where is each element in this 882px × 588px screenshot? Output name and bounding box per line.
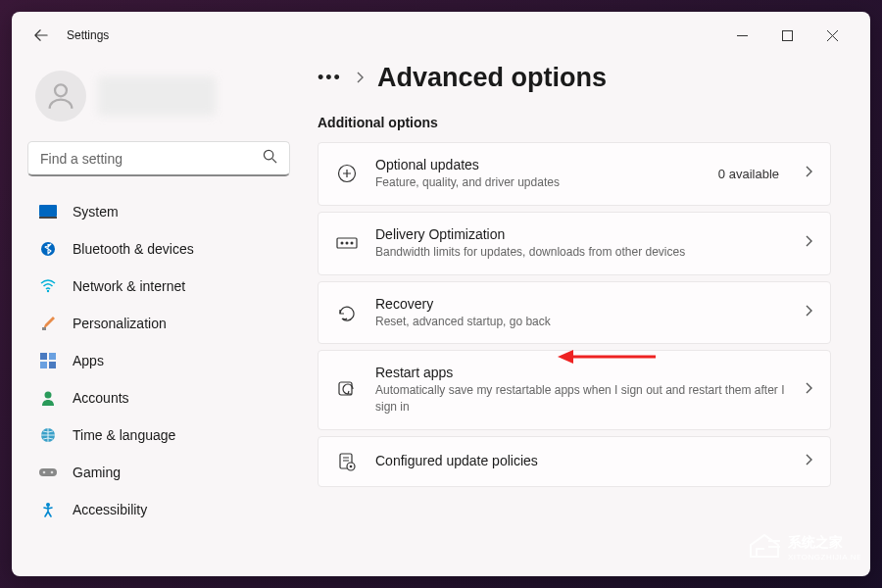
sidebar-item-label: Bluetooth & devices [73,241,194,257]
svg-point-32 [350,466,353,468]
card-subtitle: Feature, quality, and driver updates [375,174,701,191]
search-box[interactable] [27,141,290,176]
system-icon [39,203,57,220]
section-heading: Additional options [318,115,831,130]
sidebar-item-system[interactable]: System [27,194,290,229]
sidebar-item-personalization[interactable]: Personalization [27,306,290,341]
sidebar-item-network[interactable]: Network & internet [27,269,290,304]
person-icon [39,389,57,407]
card-body: Configured update policies [375,453,787,470]
svg-point-23 [346,242,349,245]
apps-icon [39,352,57,369]
maximize-button[interactable] [764,20,809,51]
svg-rect-13 [49,362,56,368]
card-body: Recovery Reset, advanced startup, go bac… [375,296,787,330]
breadcrumb-more[interactable]: ••• [318,68,342,88]
avatar [35,71,86,122]
plus-circle-icon [336,163,358,184]
maximize-icon [782,30,793,41]
card-title: Recovery [375,296,787,312]
user-icon [44,79,77,113]
recovery-icon [336,302,358,323]
svg-rect-10 [40,353,47,360]
svg-line-4 [272,159,276,163]
search-input[interactable] [40,151,263,167]
svg-rect-16 [39,468,57,476]
card-title: Optional updates [375,157,701,172]
minimize-icon [737,30,748,41]
delivery-icon [336,232,358,254]
globe-clock-icon [39,426,57,444]
card-configured-policies[interactable]: Configured update policies [318,436,831,487]
sidebar-item-apps[interactable]: Apps [27,343,290,378]
svg-rect-11 [49,353,56,360]
sidebar-item-label: Gaming [73,465,121,480]
close-icon [827,30,838,41]
svg-point-24 [351,242,354,245]
sidebar-item-bluetooth[interactable]: Bluetooth & devices [27,231,290,267]
card-delivery-optimization[interactable]: Delivery Optimization Bandwidth limits f… [318,212,831,275]
sidebar-item-label: Personalization [73,316,167,331]
main-content: ••• Advanced options Additional options … [306,55,870,576]
restart-apps-icon [336,379,358,401]
sidebar-item-time-language[interactable]: Time & language [27,417,290,453]
card-optional-updates[interactable]: Optional updates Feature, quality, and d… [318,142,831,206]
sidebar-item-label: Network & internet [73,278,185,294]
svg-point-22 [341,242,344,245]
chevron-right-icon [805,304,812,321]
page-title: Advanced options [377,63,607,93]
svg-rect-12 [40,362,47,368]
chevron-right-icon [356,70,364,87]
svg-rect-6 [39,217,57,219]
bluetooth-icon [39,240,57,258]
policies-icon [336,451,358,472]
svg-text:XITONGZHIJIA.NET: XITONGZHIJIA.NET [788,553,860,562]
sidebar-item-label: Accessibility [73,502,147,517]
sidebar: System Bluetooth & devices Network & int… [12,55,306,576]
svg-rect-9 [42,327,46,330]
wifi-icon [39,277,57,295]
svg-point-14 [45,392,52,399]
card-recovery[interactable]: Recovery Reset, advanced startup, go bac… [318,281,831,345]
user-name-blurred [98,76,216,116]
chevron-right-icon [805,453,812,470]
app-title: Settings [67,28,109,42]
card-body: Delivery Optimization Bandwidth limits f… [375,226,787,261]
back-button[interactable] [27,22,55,49]
settings-window: Settings [12,12,870,576]
svg-rect-1 [782,30,792,40]
window-body: System Bluetooth & devices Network & int… [12,55,870,576]
svg-point-8 [47,290,49,292]
chevron-right-icon [805,234,812,252]
svg-rect-5 [39,205,57,217]
card-title: Restart apps [375,365,787,380]
chevron-right-icon [805,165,812,182]
available-count: 0 available [718,167,779,181]
card-body: Restart apps Automatically save my resta… [375,365,787,416]
card-title: Configured update policies [375,453,787,468]
minimize-button[interactable] [719,20,764,51]
card-body: Optional updates Feature, quality, and d… [375,157,701,191]
sidebar-item-accessibility[interactable]: Accessibility [27,492,290,527]
back-arrow-icon [34,28,48,42]
titlebar: Settings [12,12,870,55]
sidebar-item-accounts[interactable]: Accounts [27,380,290,416]
card-title: Delivery Optimization [375,226,787,242]
accessibility-icon [39,501,57,518]
svg-text:系统之家: 系统之家 [787,534,843,550]
search-icon [263,149,277,168]
watermark: 系统之家 XITONGZHIJIA.NET [743,525,860,570]
close-button[interactable] [809,20,855,51]
svg-point-17 [43,471,46,474]
user-profile[interactable] [27,63,290,137]
sidebar-item-gaming[interactable]: Gaming [27,455,290,490]
sidebar-item-label: System [73,204,119,220]
svg-point-3 [264,150,272,159]
card-subtitle: Automatically save my restartable apps w… [375,382,787,416]
sidebar-item-label: Time & language [73,427,175,443]
paintbrush-icon [39,315,57,332]
sidebar-item-label: Apps [73,353,104,368]
breadcrumb: ••• Advanced options [318,63,831,93]
gamepad-icon [39,464,57,481]
card-restart-apps[interactable]: Restart apps Automatically save my resta… [318,350,831,430]
